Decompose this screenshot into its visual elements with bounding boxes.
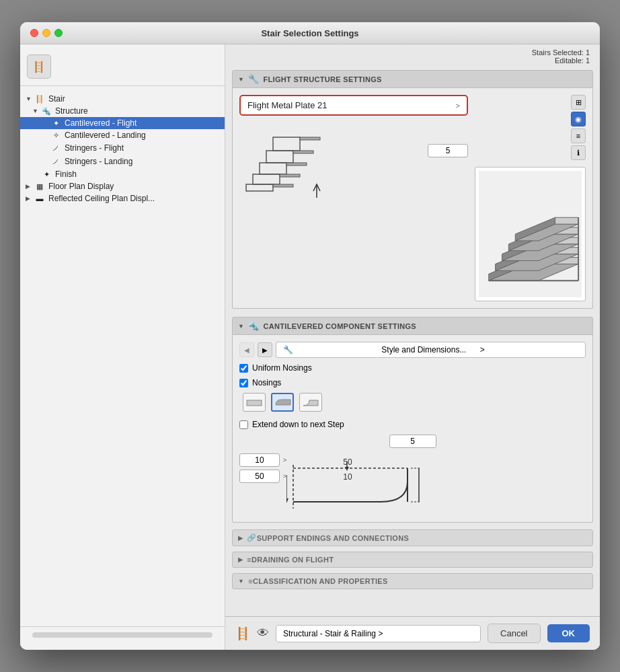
info-icon: ℹ <box>577 149 580 157</box>
reflected-ceiling-icon: ▬ <box>34 194 46 202</box>
curved-nosing-svg <box>300 395 321 411</box>
svg-rect-2 <box>260 163 286 174</box>
editable-text: Editable: 1 <box>235 57 590 65</box>
dim-row-2: 50 > <box>239 470 286 483</box>
arrow-icon: ▼ <box>26 96 34 102</box>
cantilever-landing-icon: ✧ <box>50 131 62 140</box>
extend-row: Extend down to next Step <box>239 420 586 429</box>
dim-left-inputs: 10 > 50 > <box>239 453 286 486</box>
maximize-button[interactable] <box>54 29 63 37</box>
extend-checkbox[interactable] <box>239 420 248 429</box>
sidebar-item-stringers-landing[interactable]: ⟋ Stringers - Landing <box>20 155 225 168</box>
nosing-shapes-group <box>239 393 586 412</box>
square-nosing-svg <box>243 395 265 411</box>
style-nav-row: ◀ ▶ 🔧 Style and Dimensions... > <box>239 342 586 358</box>
arrow-icon <box>42 145 50 151</box>
sidebar-toolbar: 🪜 <box>20 51 225 86</box>
step-count-input[interactable]: 5 <box>428 144 468 157</box>
cantilevered-flight-label: Cantilevered - Flight <box>65 118 137 128</box>
nosings-checkbox[interactable] <box>239 379 248 387</box>
cantilevered-section-header[interactable]: ▼ 🔩 CANTILEVERED COMPONENT SETTINGS <box>232 317 593 335</box>
draining-icon: ≡ <box>247 556 251 564</box>
close-button[interactable] <box>30 29 38 37</box>
sidebar-item-cantilevered-landing[interactable]: ✧ Cantilevered - Landing <box>20 129 225 141</box>
flight-left-panel: Flight Metal Plate 21 > <box>239 95 468 301</box>
sidebar-item-finish[interactable]: ✦ Finish <box>20 168 225 180</box>
stair-railing-icon: 🪜 <box>235 626 250 641</box>
dim-top-input[interactable]: 5 <box>389 435 436 448</box>
collapse-arrow-icon: ▼ <box>238 76 244 83</box>
arrow-icon <box>32 171 40 178</box>
sidebar-scrollbar[interactable] <box>32 632 212 638</box>
cantilever-icon: 🔩 <box>248 321 259 331</box>
flight-selector-text: Flight Metal Plate 21 <box>247 100 456 110</box>
stats-bar: Stairs Selected: 1 Editable: 1 <box>225 44 600 66</box>
round-nosing-svg <box>272 394 293 410</box>
draining-header[interactable]: ▶ ≡ DRAINING ON FLIGHT <box>232 552 593 568</box>
support-endings-header[interactable]: ▶ 🔗 SUPPORT ENDINGS AND CONNECTIONS <box>232 529 593 546</box>
sidebar-item-cantilevered-flight[interactable]: ✦ Cantilevered - Flight <box>20 117 225 129</box>
grid-view-button[interactable]: ⊞ <box>571 95 586 110</box>
stair-label: Stair <box>48 94 65 104</box>
stair-3d-preview <box>475 167 586 301</box>
classification-header[interactable]: ▼ ≡ CLASSIFICATION AND PROPERTIES <box>232 573 593 589</box>
stair-railing-selector[interactable]: Structural - Stair & Railing > <box>276 625 481 642</box>
flight-type-selector[interactable]: Flight Metal Plate 21 > <box>239 95 468 116</box>
style-arrow-icon: > <box>480 345 578 354</box>
flight-structure-body: Flight Metal Plate 21 > <box>232 88 593 309</box>
ok-button[interactable]: OK <box>547 624 590 642</box>
nosing-round-shape[interactable] <box>271 393 294 412</box>
info-button[interactable]: ℹ <box>571 145 586 160</box>
arrow-icon <box>42 158 50 165</box>
cancel-button[interactable]: Cancel <box>488 624 540 643</box>
dimensions-diagram: 5 10 > 50 > <box>239 435 586 515</box>
uniform-nosings-row: Uniform Nosings <box>239 363 586 373</box>
main-window: Stair Selection Settings 🪜 ▼ 🪜 Stair ▼ <box>20 22 600 650</box>
spacer <box>225 592 600 616</box>
reflected-ceiling-label: Reflected Ceiling Plan Displ... <box>48 194 155 203</box>
floor-plan-label: Floor Plan Display <box>48 182 114 191</box>
arrow-icon <box>42 120 50 126</box>
sidebar-item-floor-plan[interactable]: ▶ ▦ Floor Plan Display <box>20 180 225 192</box>
nosing-curved-shape[interactable] <box>299 393 322 412</box>
flight-structure-header[interactable]: ▼ 🔧 FLIGHT STRUCTURE SETTINGS <box>232 70 593 88</box>
preview-button[interactable]: ◉ <box>571 112 586 126</box>
list-view-button[interactable]: ≡ <box>571 128 586 143</box>
svg-marker-35 <box>345 467 349 471</box>
prev-style-button[interactable]: ◀ <box>239 342 254 357</box>
dim-row1-input[interactable]: 10 <box>239 453 280 467</box>
sidebar-item-reflected-ceiling[interactable]: ▶ ▬ Reflected Ceiling Plan Displ... <box>20 192 225 204</box>
cantilevered-landing-label: Cantilevered - Landing <box>65 130 146 140</box>
flight-structure-title: FLIGHT STRUCTURE SETTINGS <box>264 75 382 83</box>
draining-title: DRAINING ON FLIGHT <box>251 556 334 564</box>
preview-icon: ◉ <box>575 115 582 124</box>
sidebar-toolbar-button[interactable]: 🪜 <box>27 54 51 79</box>
svg-rect-1 <box>253 174 280 184</box>
minimize-button[interactable] <box>42 29 50 37</box>
cantilever-flight-icon: ✦ <box>50 119 62 128</box>
arrow-icon: ▶ <box>26 183 34 190</box>
dim-row2-input[interactable]: 50 <box>239 470 280 483</box>
sidebar-item-stair[interactable]: ▼ 🪜 Stair <box>20 93 225 105</box>
collapse-arrow-icon: ▼ <box>238 578 244 585</box>
uniform-nosings-checkbox[interactable] <box>239 364 248 373</box>
nosing-square-shape[interactable] <box>243 393 266 412</box>
sidebar-item-stringers-flight[interactable]: ⟋ Stringers - Flight <box>20 141 225 155</box>
style-dimensions-button[interactable]: 🔧 Style and Dimensions... > <box>276 342 586 358</box>
sidebar-item-structure[interactable]: ▼ 🔩 Structure <box>20 105 225 117</box>
support-endings-section: ▶ 🔗 SUPPORT ENDINGS AND CONNECTIONS <box>232 529 593 546</box>
draining-section: ▶ ≡ DRAINING ON FLIGHT <box>232 552 593 568</box>
list-icon: ≡ <box>576 132 580 140</box>
main-content: Stairs Selected: 1 Editable: 1 ▼ 🔧 FLIGH… <box>225 44 600 650</box>
collapse-arrow-icon: ▶ <box>238 556 243 563</box>
uniform-nosings-label: Uniform Nosings <box>252 363 312 373</box>
svg-rect-29 <box>247 400 262 406</box>
arrow-icon: ▶ <box>26 195 34 202</box>
support-endings-title: SUPPORT ENDINGS AND CONNECTIONS <box>257 534 409 542</box>
support-icon: 🔗 <box>247 533 256 542</box>
sidebar-footer <box>20 626 225 643</box>
extend-label: Extend down to next Step <box>252 420 344 429</box>
next-style-button[interactable]: ▶ <box>258 342 272 357</box>
finish-icon: ✦ <box>40 170 52 179</box>
stair-diagram: 5 <box>239 124 468 204</box>
